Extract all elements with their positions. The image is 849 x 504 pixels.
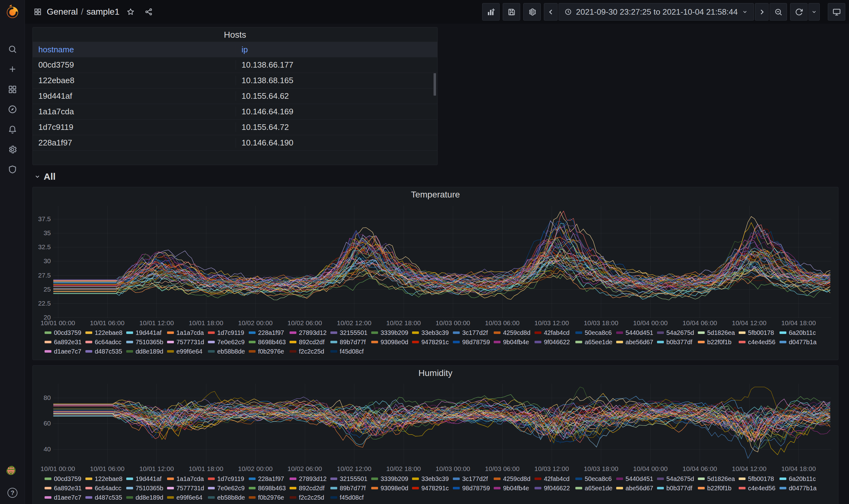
legend-item[interactable]: f2c2c25d (289, 493, 330, 502)
help-question-icon[interactable]: ? (6, 487, 19, 499)
legend-item[interactable]: 3c177d2f (453, 328, 494, 337)
legend-item[interactable]: 89b7d77f (330, 483, 371, 493)
legend-item[interactable]: 6a892e31 (45, 337, 85, 347)
legend-item[interactable]: 122ebae8 (85, 328, 126, 337)
legend-item[interactable]: 50eca8c6 (576, 474, 616, 483)
legend-item[interactable]: 42fab4cd (534, 328, 576, 337)
grafana-logo[interactable] (5, 4, 20, 19)
legend-item[interactable]: c4e4ed56 (739, 483, 779, 493)
dashboards-icon[interactable] (6, 83, 19, 96)
legend-item[interactable]: 32155501 (330, 474, 371, 483)
legend-item[interactable]: f0b2976e (249, 493, 289, 502)
legend-item[interactable]: 5440d451 (616, 474, 657, 483)
legend-item[interactable]: 5440d451 (616, 328, 657, 337)
legend-item[interactable]: 27893d12 (289, 474, 330, 483)
legend-item[interactable]: 1a1a7cda (167, 474, 208, 483)
legend-item[interactable]: 89b7d77f (330, 337, 371, 347)
panel-add-icon[interactable] (482, 3, 500, 21)
panel-title[interactable]: Humidity (33, 368, 838, 378)
legend-item[interactable]: 3339b209 (371, 474, 412, 483)
legend-item[interactable]: 98d78759 (453, 483, 494, 493)
humidity-plot-area[interactable] (53, 384, 831, 464)
refresh-interval-dropdown[interactable] (809, 3, 820, 21)
legend-item[interactable]: 3c177d2f (453, 474, 494, 483)
legend-item[interactable]: e99f6e64 (167, 347, 208, 356)
legend-item[interactable]: 27893d12 (289, 328, 330, 337)
legend-item[interactable]: 9f046622 (534, 483, 576, 493)
plus-icon[interactable] (6, 63, 19, 75)
legend-item[interactable]: d1aee7c7 (45, 493, 85, 502)
legend-item[interactable]: 6a892e31 (45, 483, 85, 493)
legend-item[interactable]: 00cd3759 (45, 474, 85, 483)
legend-item[interactable]: f45d08cf (330, 493, 371, 502)
legend-item[interactable]: 98d78759 (453, 337, 494, 347)
legend-item[interactable]: 6c64adcc (85, 483, 126, 493)
legend-item[interactable]: a65ee1de (576, 483, 616, 493)
panel-title[interactable]: Hosts (33, 30, 437, 40)
breadcrumb-section[interactable]: General (47, 7, 78, 17)
legend-item[interactable]: 892cd2df (289, 483, 330, 493)
legend-item[interactable]: dd8e189d (126, 493, 167, 502)
legend-item[interactable]: 228a1f97 (249, 474, 289, 483)
legend-item[interactable]: b22f0f1b (698, 337, 739, 347)
legend-item[interactable]: 33eb3c39 (412, 474, 453, 483)
alerting-bell-icon[interactable] (6, 123, 19, 136)
legend-item[interactable]: d1aee7c7 (45, 347, 85, 356)
temperature-plot-area[interactable] (53, 206, 831, 318)
legend-item[interactable]: 9b04fb4e (494, 337, 534, 347)
time-range-back-button[interactable] (544, 3, 558, 21)
legend-item[interactable]: 4259cd8d (494, 474, 534, 483)
legend-item[interactable]: 6c64adcc (85, 337, 126, 347)
legend-item[interactable]: 9b04fb4e (494, 483, 534, 493)
legend-item[interactable]: 8698b463 (249, 337, 289, 347)
share-icon[interactable] (142, 5, 156, 19)
cycle-view-mode-button[interactable] (828, 3, 845, 21)
breadcrumb-page[interactable]: sample1 (86, 7, 119, 17)
legend-item[interactable]: 50eca8c6 (576, 328, 616, 337)
apps-grid-icon[interactable] (33, 5, 42, 19)
legend-item[interactable]: abe56d67 (616, 337, 657, 347)
legend-item[interactable]: a65ee1de (576, 337, 616, 347)
legend-item[interactable]: 00cd3759 (45, 328, 85, 337)
legend-item[interactable]: 93098e0d (371, 483, 412, 493)
legend-item[interactable]: 5d1826ea (698, 328, 739, 337)
legend-item[interactable]: e99f6e64 (167, 493, 208, 502)
legend-item[interactable]: 7e0e62c9 (208, 483, 249, 493)
legend-item[interactable]: 3339b209 (371, 328, 412, 337)
legend-item[interactable]: 7510365b (126, 337, 167, 347)
legend-item[interactable]: 33eb3c39 (412, 328, 453, 337)
legend-item[interactable]: f2c2c25d (289, 347, 330, 356)
server-admin-shield-icon[interactable] (6, 163, 19, 176)
legend-item[interactable]: 9478291c (412, 483, 453, 493)
legend-item[interactable]: 7577731d (167, 337, 208, 347)
legend-item[interactable]: 32155501 (330, 328, 371, 337)
legend-item[interactable]: b0b377df (657, 337, 698, 347)
legend-item[interactable]: 5d1826ea (698, 474, 739, 483)
time-range-forward-button[interactable] (755, 3, 768, 21)
column-header-hostname[interactable]: hostname (33, 45, 236, 55)
column-header-ip[interactable]: ip (236, 45, 437, 55)
save-icon[interactable] (503, 3, 520, 21)
star-icon[interactable] (124, 5, 138, 19)
gear-icon[interactable] (523, 3, 541, 21)
legend-item[interactable]: 54a2675d (657, 474, 698, 483)
legend-item[interactable]: 7577731d (167, 483, 208, 493)
legend-item[interactable]: 19d441af (126, 474, 167, 483)
legend-item[interactable]: dd8e189d (126, 347, 167, 356)
legend-item[interactable]: 19d441af (126, 328, 167, 337)
legend-item[interactable]: 7510365b (126, 483, 167, 493)
legend-item[interactable]: b22f0f1b (698, 483, 739, 493)
legend-item[interactable]: f0b2976e (249, 347, 289, 356)
legend-item[interactable]: 9f046622 (534, 337, 576, 347)
legend-item[interactable]: eb58b8de (208, 493, 249, 502)
legend-item[interactable]: 228a1f97 (249, 328, 289, 337)
legend-item[interactable]: 8698b463 (249, 483, 289, 493)
legend-item[interactable]: 122ebae8 (85, 474, 126, 483)
legend-item[interactable]: 5fb00178 (739, 474, 779, 483)
legend-item[interactable]: 6a20b11c (779, 328, 820, 337)
legend-item[interactable]: 5fb00178 (739, 328, 779, 337)
configuration-gear-icon[interactable] (6, 143, 19, 156)
legend-item[interactable]: 7e0e62c9 (208, 337, 249, 347)
search-icon[interactable] (6, 43, 19, 55)
legend-item[interactable]: 1a1a7cda (167, 328, 208, 337)
